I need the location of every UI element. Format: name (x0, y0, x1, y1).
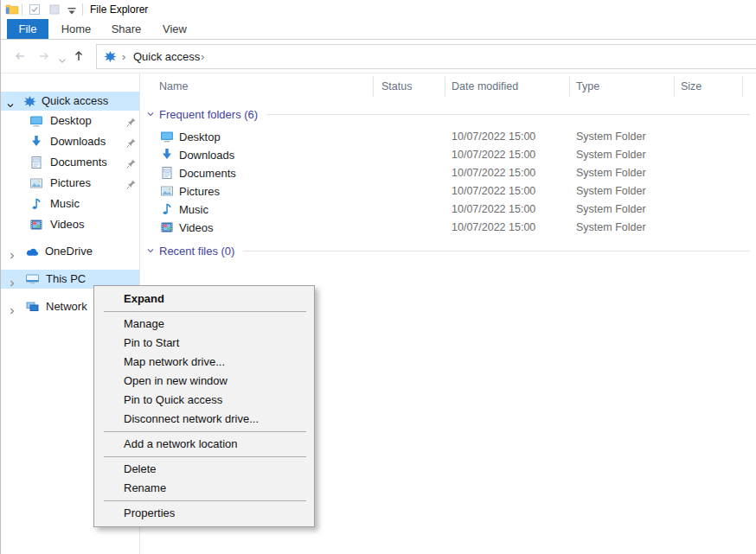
file-row-music[interactable]: Music 10/07/2022 15:00 System Folder (140, 201, 756, 219)
menu-item-rename[interactable]: Rename (94, 479, 314, 498)
this-pc-monitor-icon (25, 272, 40, 292)
file-type: System Folder (576, 182, 646, 201)
pin-icon (125, 177, 137, 196)
column-header-type[interactable]: Type (576, 80, 599, 92)
menu-separator (104, 431, 306, 432)
chevron-right-icon[interactable] (8, 275, 16, 294)
qat-customize-dropdown-icon[interactable] (67, 5, 77, 18)
group-header-recent-files[interactable]: Recent files (0) (140, 243, 750, 258)
menu-item-open-in-new-window[interactable]: Open in new window (94, 372, 314, 391)
sidebar-item-pictures[interactable]: Pictures (1, 174, 139, 193)
sidebar-item-quick-access[interactable]: Quick access (1, 92, 139, 111)
pin-icon (125, 115, 137, 134)
videos-icon (160, 220, 174, 239)
downloads-icon (29, 135, 43, 155)
file-type: System Folder (576, 128, 646, 146)
up-icon[interactable] (72, 48, 86, 66)
desktop-icon (29, 114, 43, 134)
quick-access-breadcrumb-icon (104, 50, 117, 66)
file-explorer-window: File Explorer File Home Share View › Qui… (0, 0, 756, 554)
menu-item-map-network-drive[interactable]: Map network drive... (94, 353, 314, 372)
ribbon-tab-bar: File Home Share View (1, 19, 756, 40)
sidebar-item-label: OneDrive (45, 242, 93, 261)
group-header-line (243, 251, 750, 252)
sidebar-item-label: Documents (50, 153, 107, 172)
videos-icon (29, 218, 43, 238)
file-date-modified: 10/07/2022 15:00 (452, 128, 535, 146)
tab-file[interactable]: File (7, 19, 48, 39)
forward-icon[interactable] (37, 49, 51, 66)
file-name: Documents (179, 164, 236, 182)
titlebar-separator (22, 3, 22, 16)
file-row-documents[interactable]: Documents 10/07/2022 15:00 System Folder (140, 164, 756, 182)
file-type: System Folder (576, 201, 646, 219)
sidebar-item-documents[interactable]: Documents (1, 153, 139, 172)
sidebar-item-label: Pictures (50, 174, 91, 193)
column-separator[interactable] (373, 76, 374, 97)
sidebar-item-downloads[interactable]: Downloads (1, 132, 139, 151)
sidebar-item-label: Desktop (50, 111, 92, 131)
file-type: System Folder (576, 164, 646, 182)
column-header-name[interactable]: Name (159, 80, 188, 92)
sidebar-item-label: Downloads (50, 132, 106, 151)
file-row-pictures[interactable]: Pictures 10/07/2022 15:00 System Folder (140, 182, 756, 201)
recent-locations-chevron-icon[interactable] (58, 54, 67, 67)
sidebar-item-label: Music (50, 194, 80, 213)
sidebar-item-videos[interactable]: Videos (1, 215, 139, 234)
menu-item-pin-to-start[interactable]: Pin to Start (94, 334, 314, 353)
tab-view[interactable]: View (153, 19, 196, 39)
column-header-status[interactable]: Status (381, 80, 412, 92)
column-separator[interactable] (569, 76, 570, 97)
breadcrumb-location[interactable]: Quick access (133, 50, 200, 63)
column-separator[interactable] (674, 76, 675, 97)
file-name: Pictures (179, 182, 220, 201)
context-menu: Expand Manage Pin to Start Map network d… (93, 285, 315, 527)
chevron-right-icon[interactable] (8, 247, 16, 266)
menu-item-disconnect-network-drive[interactable]: Disconnect network drive... (94, 410, 314, 429)
qat-properties-icon[interactable] (28, 3, 42, 19)
sidebar-item-desktop[interactable]: Desktop (1, 111, 139, 131)
tab-home[interactable]: Home (54, 19, 98, 39)
file-row-videos[interactable]: Videos 10/07/2022 15:00 System Folder (140, 219, 756, 237)
column-separator[interactable] (742, 76, 743, 97)
menu-item-expand[interactable]: Expand (94, 290, 314, 309)
file-row-downloads[interactable]: Downloads 10/07/2022 15:00 System Folder (140, 146, 756, 164)
address-bar[interactable]: › Quick access › (96, 44, 756, 69)
menu-item-manage[interactable]: Manage (94, 315, 314, 334)
group-header-frequent-folders[interactable]: Frequent folders (6) (140, 106, 750, 122)
menu-separator (104, 456, 306, 457)
qat-new-folder-icon[interactable] (48, 3, 61, 19)
file-row-desktop[interactable]: Desktop 10/07/2022 15:00 System Folder (140, 128, 756, 146)
network-icon (25, 300, 40, 320)
file-date-modified: 10/07/2022 15:00 (452, 146, 535, 164)
sidebar-item-label: Network (46, 297, 87, 316)
chevron-down-icon[interactable] (146, 245, 155, 258)
column-header-date-modified[interactable]: Date modified (452, 80, 518, 92)
sidebar-item-label: Videos (50, 215, 85, 234)
sidebar-item-music[interactable]: Music (1, 194, 139, 213)
back-icon[interactable] (13, 49, 27, 66)
sidebar-item-label: This PC (46, 270, 86, 289)
menu-separator (104, 311, 306, 312)
menu-item-add-network-location[interactable]: Add a network location (94, 435, 314, 454)
sidebar-item-label: Quick access (42, 92, 108, 111)
file-name: Desktop (179, 128, 221, 146)
menu-item-properties[interactable]: Properties (94, 504, 314, 523)
titlebar-separator (82, 3, 83, 16)
column-header-size[interactable]: Size (681, 80, 702, 92)
navigation-toolbar: › Quick access › (1, 40, 756, 73)
file-date-modified: 10/07/2022 15:00 (452, 164, 535, 182)
pictures-icon (29, 176, 43, 196)
breadcrumb-chevron-icon[interactable]: › (122, 50, 125, 63)
menu-separator (104, 500, 306, 501)
breadcrumb-chevron-icon[interactable]: › (201, 50, 204, 63)
chevron-right-icon[interactable] (8, 302, 16, 322)
file-name: Music (179, 201, 208, 219)
column-header-row: Name Status Date modified Type Size (140, 73, 756, 99)
menu-item-delete[interactable]: Delete (94, 460, 314, 479)
tab-share[interactable]: Share (105, 19, 148, 39)
column-separator[interactable] (445, 76, 445, 97)
menu-item-pin-to-quick-access[interactable]: Pin to Quick access (94, 391, 314, 410)
chevron-down-icon[interactable] (146, 108, 155, 121)
sidebar-item-onedrive[interactable]: OneDrive (1, 242, 139, 261)
